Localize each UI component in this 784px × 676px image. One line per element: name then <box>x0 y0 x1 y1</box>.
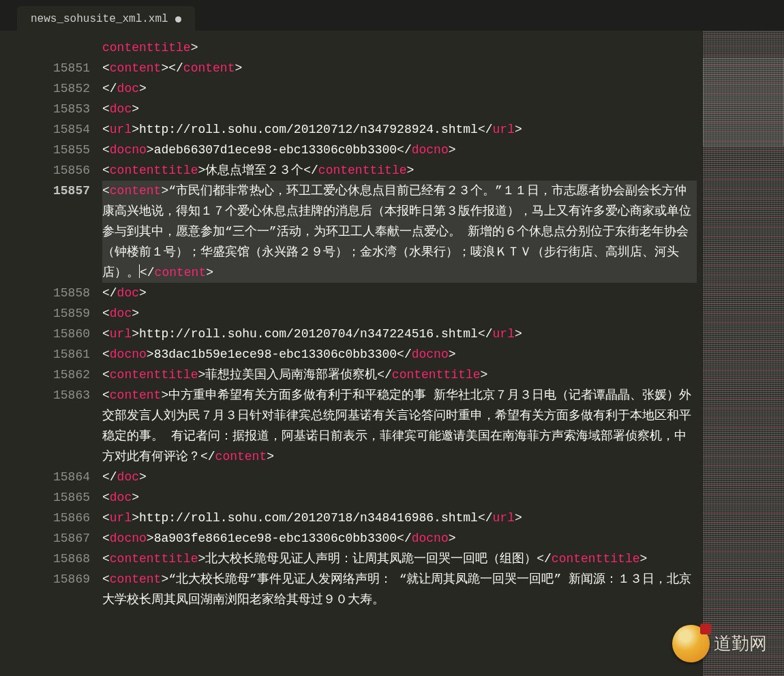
xml-tag: docno <box>110 532 147 545</box>
xml-bracket: </ <box>478 123 493 136</box>
minimap[interactable] <box>702 31 784 676</box>
code-line[interactable]: <docno>adeb66307d1ece98-ebc13306c0bb3300… <box>102 140 697 160</box>
xml-bracket: > <box>198 552 205 566</box>
xml-bracket: < <box>102 368 110 382</box>
code-line[interactable]: <url>http://roll.sohu.com/20120718/n3484… <box>102 508 697 528</box>
xml-text: http://roll.sohu.com/20120718/n348416986… <box>139 511 478 525</box>
xml-bracket: </ <box>102 470 117 484</box>
line-number[interactable]: 15851 <box>0 58 90 78</box>
xml-bracket: > <box>449 348 456 361</box>
xml-bracket: > <box>132 102 139 116</box>
xml-tag: docno <box>412 143 449 157</box>
line-number[interactable]: 15853 <box>0 99 90 119</box>
code-line[interactable]: <url>http://roll.sohu.com/20120712/n3479… <box>102 119 697 140</box>
line-number[interactable]: 15869 <box>0 569 90 610</box>
code-line[interactable]: <doc> <box>102 303 697 324</box>
xml-bracket: > <box>139 470 147 484</box>
line-number[interactable]: 15862 <box>0 365 90 385</box>
code-line[interactable]: <content>“北大校长跪母”事件见证人发网络声明： “就让周其凤跪一回哭一… <box>102 569 697 610</box>
xml-tag: url <box>493 511 515 525</box>
xml-bracket: </ <box>478 327 493 341</box>
line-number[interactable]: 15857 <box>0 181 90 283</box>
xml-tag: content <box>183 61 235 75</box>
line-number[interactable]: 15867 <box>0 528 90 549</box>
line-number[interactable]: 15856 <box>0 160 90 181</box>
xml-bracket: < <box>102 491 110 504</box>
xml-tag: url <box>110 511 132 525</box>
xml-tag: content <box>110 61 162 75</box>
xml-bracket: > <box>515 327 522 341</box>
code-line[interactable]: <content></content> <box>102 58 697 78</box>
code-line[interactable]: </doc> <box>102 467 697 487</box>
code-line[interactable]: <content>“市民们都非常热心，环卫工爱心休息点目前已经有２３个。”１１日… <box>102 181 697 283</box>
code-content[interactable]: contenttitle><content></content></doc><d… <box>102 31 702 676</box>
xml-text: 菲想拉美国入局南海部署侦察机 <box>205 368 377 382</box>
minimap-viewport[interactable] <box>703 58 784 147</box>
line-number[interactable]: 15865 <box>0 487 90 508</box>
code-line[interactable]: <url>http://roll.sohu.com/20120704/n3472… <box>102 324 697 344</box>
line-number[interactable]: 15864 <box>0 467 90 487</box>
xml-bracket: > <box>206 266 213 279</box>
xml-bracket: </ <box>102 82 117 95</box>
line-number-gutter[interactable]: 1585115852158531585415855158561585715858… <box>0 31 102 676</box>
xml-tag: url <box>493 327 515 341</box>
xml-text: 中方重申希望有关方面多做有利于和平稳定的事 新华社北京７月３日电（记者谭晶晶、张… <box>102 388 691 463</box>
dirty-indicator-icon <box>175 16 181 22</box>
xml-bracket: > <box>480 368 487 382</box>
xml-bracket: < <box>102 388 110 402</box>
xml-text: 休息点增至２３个 <box>205 164 303 177</box>
line-number[interactable]: 15852 <box>0 78 90 99</box>
code-line[interactable]: contenttitle> <box>102 37 697 58</box>
xml-text: http://roll.sohu.com/20120704/n347224516… <box>139 327 478 341</box>
code-line[interactable]: <docno>8a903fe8661ece98-ebc13306c0bb3300… <box>102 528 697 549</box>
xml-bracket: > <box>147 143 154 157</box>
xml-bracket: </ <box>377 368 392 382</box>
line-number[interactable] <box>0 37 90 58</box>
xml-bracket: > <box>198 164 205 177</box>
code-line[interactable]: <doc> <box>102 99 697 119</box>
code-line[interactable]: <docno>83dac1b59e1ece98-ebc13306c0bb3300… <box>102 344 697 365</box>
xml-bracket: > <box>132 123 139 136</box>
xml-tag: docno <box>110 348 147 361</box>
code-line[interactable]: <contenttitle>菲想拉美国入局南海部署侦察机</contenttit… <box>102 365 697 385</box>
xml-bracket: > <box>198 368 205 382</box>
xml-tag: contenttitle <box>552 552 640 566</box>
xml-bracket: > <box>267 450 274 463</box>
xml-bracket: </ <box>478 511 493 525</box>
xml-tag: contenttitle <box>110 552 198 566</box>
xml-tag: doc <box>117 286 139 300</box>
line-number[interactable]: 15861 <box>0 344 90 365</box>
xml-tag: url <box>110 123 132 136</box>
xml-bracket: > <box>161 572 168 586</box>
xml-text: 83dac1b59e1ece98-ebc13306c0bb3300 <box>154 348 397 361</box>
xml-tag: docno <box>412 348 449 361</box>
code-line[interactable]: </doc> <box>102 283 697 303</box>
xml-tag: url <box>110 327 132 341</box>
xml-bracket: > <box>449 532 456 545</box>
xml-tag: content <box>155 266 207 279</box>
watermark: 道勤网 <box>672 625 767 662</box>
xml-tag: doc <box>110 307 132 320</box>
xml-bracket: </ <box>303 164 318 177</box>
xml-bracket: </ <box>140 266 155 279</box>
line-number[interactable]: 15854 <box>0 119 90 140</box>
file-tab[interactable]: news_sohusite_xml.xml <box>17 6 195 31</box>
line-number[interactable]: 15858 <box>0 283 90 303</box>
line-number[interactable]: 15868 <box>0 549 90 569</box>
line-number[interactable]: 15866 <box>0 508 90 528</box>
xml-tag: content <box>110 572 162 586</box>
xml-bracket: > <box>147 348 154 361</box>
line-number[interactable]: 15860 <box>0 324 90 344</box>
code-line[interactable]: <contenttitle>北大校长跪母见证人声明：让周其凤跪一回哭一回吧（组图… <box>102 549 697 569</box>
line-number[interactable]: 15855 <box>0 140 90 160</box>
xml-bracket: > <box>139 82 147 95</box>
watermark-logo-icon <box>672 625 710 662</box>
code-line[interactable]: <doc> <box>102 487 697 508</box>
code-line[interactable]: <content>中方重申希望有关方面多做有利于和平稳定的事 新华社北京７月３日… <box>102 385 697 467</box>
xml-bracket: < <box>102 123 110 136</box>
code-line[interactable]: <contenttitle>休息点增至２３个</contenttitle> <box>102 160 697 181</box>
xml-bracket: > <box>132 307 139 320</box>
code-line[interactable]: </doc> <box>102 78 697 99</box>
line-number[interactable]: 15863 <box>0 385 90 467</box>
line-number[interactable]: 15859 <box>0 303 90 324</box>
